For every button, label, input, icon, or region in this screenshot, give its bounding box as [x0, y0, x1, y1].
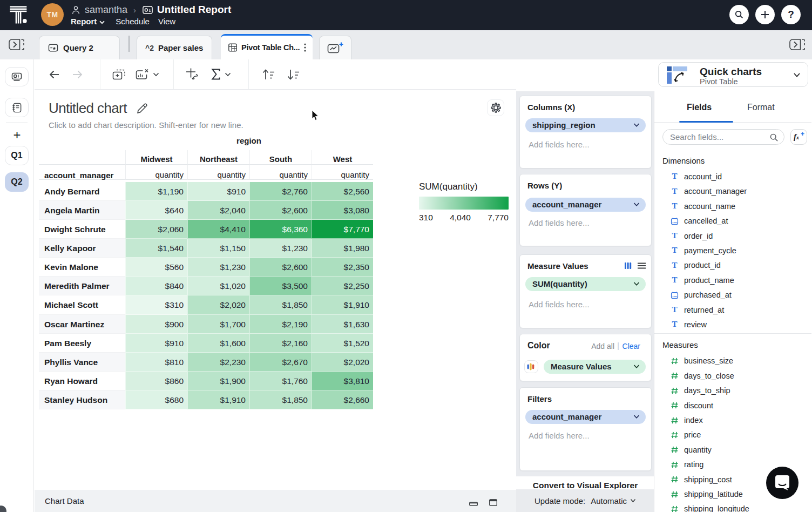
svg-text:T: T [672, 320, 677, 328]
svg-text:T: T [672, 202, 677, 210]
svg-text:T: T [672, 306, 677, 314]
svg-text:T: T [672, 261, 677, 270]
svg-text:T: T [672, 172, 677, 180]
svg-text:T: T [672, 276, 677, 284]
svg-text:T: T [672, 232, 677, 240]
svg-text:T: T [672, 246, 677, 254]
svg-text:T: T [672, 187, 677, 196]
